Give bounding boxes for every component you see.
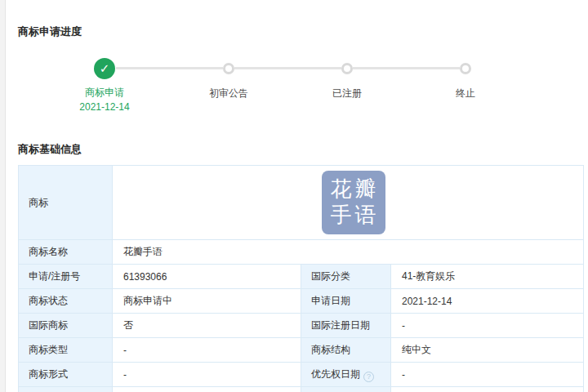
progress-section-title: 商标申请进度 (18, 24, 82, 39)
partial-label-cell (301, 387, 391, 392)
application-number-value: 61393066 (113, 265, 301, 289)
table-row-trademark-type: 商标类型 - 商标结构 纯中文 (19, 338, 584, 363)
international-reg-date-value: - (391, 314, 584, 338)
application-date-label: 申请日期 (301, 289, 391, 314)
partial-value-cell (113, 387, 301, 392)
trademark-name-value: 花瓣手语 (113, 240, 584, 265)
trademark-logo-line2: 手语 (322, 203, 385, 229)
priority-date-value: - (391, 363, 584, 387)
trademark-logo-line1: 花瓣 (322, 176, 385, 203)
table-row-status: 商标状态 商标申请中 申请日期 2021-12-14 (19, 289, 584, 314)
step-circle-pending (341, 63, 353, 74)
trademark-image-label: 商标 (19, 166, 113, 240)
trademark-image-cell: 花瓣 手语 (113, 166, 584, 240)
step-connector (116, 67, 223, 69)
step-connector (234, 67, 341, 69)
trademark-detail-page: 商标申请进度 ✓ 商标申请 2021-12-14 初审公告 已注册 终止 商标基… (0, 0, 588, 392)
application-number-label: 申请/注册号 (19, 265, 113, 289)
trademark-logo-image: 花瓣 手语 (322, 171, 385, 234)
check-icon: ✓ (100, 61, 110, 76)
international-trademark-value: 否 (113, 314, 301, 338)
step-connector (353, 67, 460, 69)
step-item-preliminary-announcement: 初审公告 (180, 87, 278, 100)
trademark-form-label: 商标形式 (19, 363, 113, 387)
step-circle-pending (223, 63, 234, 74)
info-section-title: 商标基础信息 (18, 142, 82, 157)
trademark-name-label: 商标名称 (19, 240, 113, 265)
table-row-trademark-image: 商标 花瓣 手语 (19, 166, 584, 240)
partial-label-cell (19, 387, 113, 392)
trademark-type-value: - (113, 338, 301, 363)
priority-date-label-text: 优先权日期 (311, 368, 360, 380)
partial-value-cell (391, 387, 584, 392)
table-row-trademark-form: 商标形式 - 优先权日期? - (19, 363, 584, 387)
step-circle-done: ✓ (94, 58, 115, 79)
step-label-text: 商标申请 (56, 85, 154, 100)
status-label: 商标状态 (19, 289, 113, 314)
step-date: 2021-12-14 (56, 100, 154, 114)
trademark-type-label: 商标类型 (19, 338, 113, 363)
international-class-value: 41-教育娱乐 (391, 265, 584, 289)
left-page-gutter (0, 0, 6, 392)
step-circle-pending (460, 63, 471, 74)
status-value: 商标申请中 (113, 289, 301, 314)
trademark-form-value: - (113, 363, 301, 387)
international-trademark-label: 国际商标 (19, 314, 113, 338)
priority-date-label: 优先权日期? (301, 363, 391, 387)
step-item-registered: 已注册 (298, 87, 396, 100)
international-reg-date-label: 国际注册日期 (301, 314, 391, 338)
table-row-international-trademark: 国际商标 否 国际注册日期 - (19, 314, 584, 338)
international-class-label: 国际分类 (301, 265, 391, 289)
help-icon[interactable]: ? (363, 372, 374, 382)
table-row-partial (19, 387, 584, 392)
table-row-trademark-name: 商标名称 花瓣手语 (19, 240, 584, 265)
table-row-application-number: 申请/注册号 61393066 国际分类 41-教育娱乐 (19, 265, 584, 289)
trademark-structure-value: 纯中文 (391, 338, 584, 363)
trademark-info-table: 商标 花瓣 手语 商标名称 花瓣手语 申请/注册号 61393066 国际分类 … (18, 165, 584, 392)
step-item-terminated: 终止 (416, 87, 514, 100)
application-date-value: 2021-12-14 (391, 289, 584, 314)
trademark-structure-label: 商标结构 (301, 338, 391, 363)
step-item-application: 商标申请 2021-12-14 (56, 85, 154, 114)
